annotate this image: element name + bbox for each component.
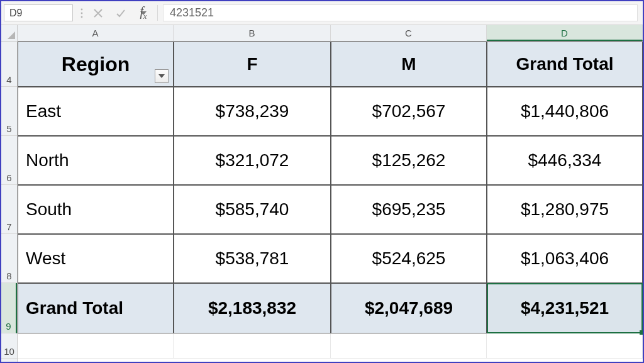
- filter-dropdown-region[interactable]: [155, 69, 169, 83]
- cell[interactable]: [331, 333, 487, 359]
- select-all-corner[interactable]: [1, 25, 18, 42]
- row-header-8[interactable]: 8: [1, 234, 17, 283]
- table-row: [18, 333, 643, 359]
- cell[interactable]: [174, 333, 331, 359]
- row-header-7[interactable]: 7: [1, 185, 17, 234]
- column-header-A[interactable]: A: [18, 25, 174, 41]
- pivot-cell[interactable]: $524,625: [331, 234, 487, 283]
- pivot-cell[interactable]: $585,740: [174, 185, 331, 234]
- pivot-grand-cell[interactable]: $4,231,521: [487, 283, 643, 333]
- enter-icon: [109, 1, 132, 25]
- pivot-cell[interactable]: $538,781: [174, 234, 331, 283]
- pivot-row-label[interactable]: West: [18, 234, 174, 283]
- column-header-C[interactable]: C: [331, 25, 487, 41]
- pivot-cell[interactable]: $702,567: [331, 87, 487, 136]
- pivot-cell[interactable]: $321,072: [174, 136, 331, 185]
- pivot-cell[interactable]: $695,235: [331, 185, 487, 234]
- formula-input-container[interactable]: [163, 4, 638, 21]
- row-header-4[interactable]: 4: [1, 42, 17, 87]
- column-headers: A B C D: [18, 25, 643, 42]
- pivot-grand-cell[interactable]: $2,183,832: [174, 283, 331, 333]
- row-header-5[interactable]: 5: [1, 87, 17, 136]
- pivot-cell[interactable]: $1,280,975: [487, 185, 643, 234]
- svg-point-2: [81, 16, 83, 18]
- cancel-icon: [87, 1, 109, 25]
- pivot-grand-cell[interactable]: $2,047,689: [331, 283, 487, 333]
- spreadsheet-grid[interactable]: A B C D 4 5 6 7 8 9 10 Region F M Grand …: [1, 25, 643, 362]
- pivot-row-label[interactable]: North: [18, 136, 174, 185]
- column-header-D[interactable]: D: [487, 25, 643, 41]
- column-header-B[interactable]: B: [174, 25, 331, 41]
- pivot-grand-label[interactable]: Grand Total: [18, 283, 174, 333]
- table-row: North $321,072 $125,262 $446,334: [18, 136, 643, 185]
- table-row: East $738,239 $702,567 $1,440,806: [18, 87, 643, 136]
- formula-input[interactable]: [164, 5, 637, 21]
- row-header-10[interactable]: 10: [1, 333, 17, 359]
- svg-point-1: [81, 12, 83, 14]
- insert-function-button[interactable]: fx: [132, 1, 155, 25]
- pivot-header-M[interactable]: M: [331, 42, 487, 87]
- cells-area[interactable]: Region F M Grand Total East $738,239 $70…: [18, 42, 643, 362]
- table-row: Grand Total $2,183,832 $2,047,689 $4,231…: [18, 283, 643, 333]
- separator: [157, 5, 158, 21]
- select-all-icon: [8, 31, 15, 39]
- row-header-9[interactable]: 9: [1, 283, 17, 333]
- pivot-header-F[interactable]: F: [174, 42, 331, 87]
- pivot-cell[interactable]: $125,262: [331, 136, 487, 185]
- row-headers: 4 5 6 7 8 9 10: [1, 42, 18, 362]
- pivot-header-region[interactable]: Region: [18, 42, 174, 87]
- svg-point-0: [81, 8, 83, 10]
- table-row: Region F M Grand Total: [18, 42, 643, 87]
- cell[interactable]: [487, 333, 643, 359]
- resize-grip-icon[interactable]: [77, 1, 87, 25]
- pivot-row-label[interactable]: East: [18, 87, 174, 136]
- pivot-cell[interactable]: $1,440,806: [487, 87, 643, 136]
- name-box[interactable]: [4, 4, 73, 21]
- pivot-cell[interactable]: $1,063,406: [487, 234, 643, 283]
- row-header-6[interactable]: 6: [1, 136, 17, 185]
- pivot-row-label[interactable]: South: [18, 185, 174, 234]
- table-row: West $538,781 $524,625 $1,063,406: [18, 234, 643, 283]
- formula-bar: fx: [1, 1, 643, 25]
- pivot-cell[interactable]: $738,239: [174, 87, 331, 136]
- pivot-cell[interactable]: $446,334: [487, 136, 643, 185]
- table-row: South $585,740 $695,235 $1,280,975: [18, 185, 643, 234]
- cell[interactable]: [18, 333, 174, 359]
- pivot-header-grand[interactable]: Grand Total: [487, 42, 643, 87]
